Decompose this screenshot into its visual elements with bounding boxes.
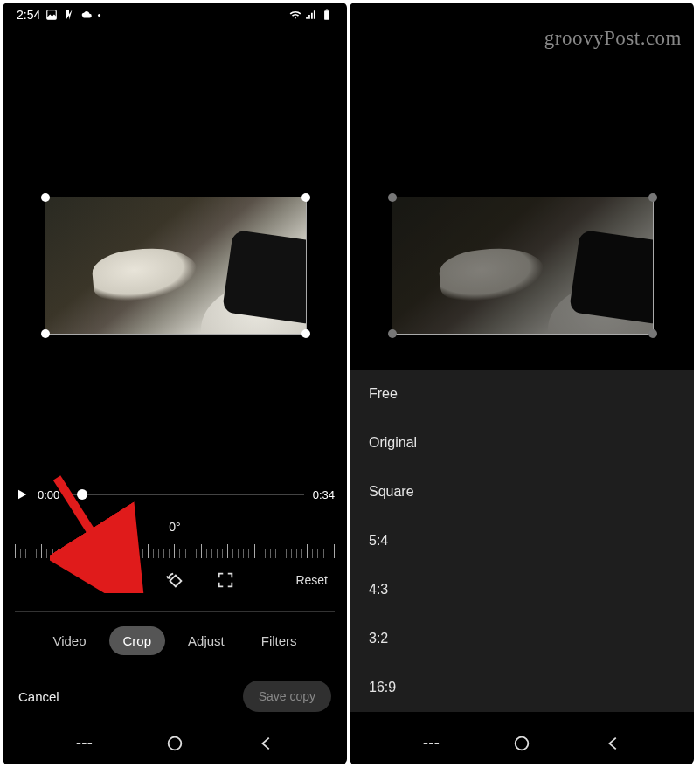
screen-right-aspect-options: groovyPost.com Free Original Square 5:4 … xyxy=(350,3,694,764)
aspect-ratio-button[interactable] xyxy=(114,570,134,590)
wifi-icon xyxy=(289,9,301,21)
save-copy-button[interactable]: Save copy xyxy=(243,681,331,712)
svg-rect-4 xyxy=(170,575,181,586)
reset-button[interactable]: Reset xyxy=(295,573,328,587)
recents-button[interactable] xyxy=(420,734,440,753)
image-icon xyxy=(45,9,58,21)
playback-total-time: 0:34 xyxy=(313,488,335,501)
screen-left-crop-editor: 2:54 0:00 0:34 0° xyxy=(3,3,347,764)
aspect-option-original[interactable]: Original xyxy=(350,418,694,467)
playback-current-time: 0:00 xyxy=(38,488,59,501)
scene-dog xyxy=(437,245,546,304)
aspect-ratio-sheet: Free Original Square 5:4 4:3 3:2 16:9 xyxy=(350,370,694,712)
divider xyxy=(15,611,335,612)
netflix-icon xyxy=(63,9,75,21)
bottom-actions: Cancel Save copy xyxy=(3,681,347,712)
crop-box[interactable] xyxy=(45,197,307,335)
svg-point-12 xyxy=(516,737,529,750)
signal-icon xyxy=(305,9,317,21)
aspect-option-square[interactable]: Square xyxy=(350,467,694,516)
recents-button[interactable] xyxy=(73,734,93,753)
playback-bar: 0:00 0:34 xyxy=(15,487,335,501)
android-nav-bar xyxy=(350,726,694,761)
aspect-option-16-9[interactable]: 16:9 xyxy=(350,663,694,712)
crop-handle-top-right xyxy=(648,193,657,202)
tab-filters[interactable]: Filters xyxy=(247,626,311,655)
android-nav-bar xyxy=(3,726,347,761)
svg-point-8 xyxy=(169,737,182,750)
rotation-ruler[interactable] xyxy=(15,539,335,558)
editor-tabs: Video Crop Adjust Filters xyxy=(3,626,347,655)
back-button[interactable] xyxy=(604,734,623,753)
battery-icon xyxy=(321,9,333,21)
crop-handle-bottom-left[interactable] xyxy=(41,329,50,338)
svg-rect-2 xyxy=(326,10,328,11)
tab-crop[interactable]: Crop xyxy=(109,626,166,655)
tab-adjust[interactable]: Adjust xyxy=(174,626,239,655)
crop-handle-top-right[interactable] xyxy=(301,193,310,202)
crop-box-dimmed xyxy=(392,197,654,335)
status-bar: 2:54 xyxy=(3,3,347,27)
svg-rect-1 xyxy=(324,10,329,19)
aspect-option-free[interactable]: Free xyxy=(350,370,694,418)
crop-handle-bottom-right xyxy=(648,329,657,338)
home-button[interactable] xyxy=(512,734,531,753)
aspect-option-3-2[interactable]: 3:2 xyxy=(350,614,694,663)
notification-dot-icon xyxy=(98,14,100,17)
watermark: groovyPost.com xyxy=(544,27,682,50)
home-button[interactable] xyxy=(165,734,184,753)
back-button[interactable] xyxy=(257,734,276,753)
expand-button[interactable] xyxy=(216,570,235,590)
video-frame xyxy=(45,197,306,334)
crop-handle-top-left[interactable] xyxy=(41,193,50,202)
video-frame xyxy=(392,197,653,334)
scene-pillow xyxy=(569,229,653,324)
status-time: 2:54 xyxy=(17,8,40,22)
cancel-button[interactable]: Cancel xyxy=(18,689,59,704)
aspect-option-4-3[interactable]: 4:3 xyxy=(350,565,694,614)
playback-slider[interactable] xyxy=(68,494,303,495)
play-button[interactable] xyxy=(15,487,29,501)
crop-tool-row: Reset xyxy=(3,570,347,590)
scene-dog xyxy=(90,245,199,304)
cloud-icon xyxy=(80,9,93,21)
rotate-button[interactable] xyxy=(165,570,184,590)
aspect-option-5-4[interactable]: 5:4 xyxy=(350,516,694,565)
scene-pillow xyxy=(222,229,306,324)
crop-handle-bottom-right[interactable] xyxy=(301,329,310,338)
crop-handle-top-left xyxy=(388,193,397,202)
rotation-angle-label: 0° xyxy=(3,520,347,534)
playback-knob[interactable] xyxy=(77,489,87,500)
tab-video[interactable]: Video xyxy=(38,626,100,655)
crop-handle-bottom-left xyxy=(388,329,397,338)
